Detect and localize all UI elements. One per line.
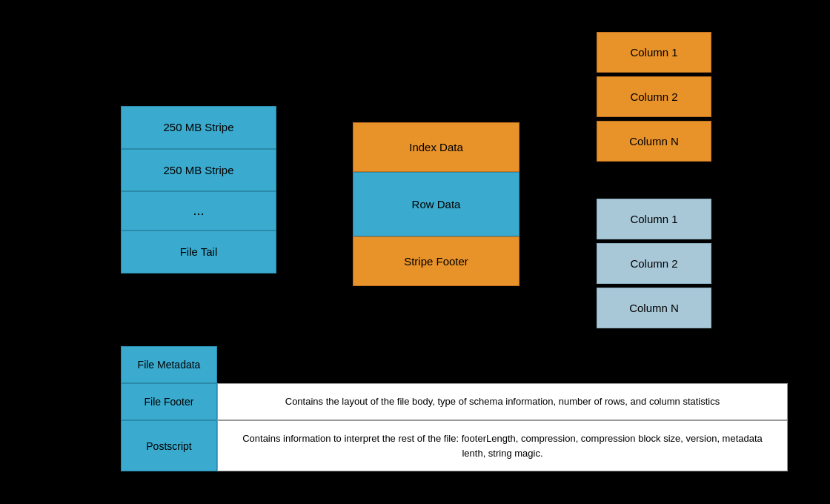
stripe-box-filetail: File Tail [121,231,276,273]
row-data-box: Row Data [353,172,519,236]
diagram-container: 250 MB Stripe 250 MB Stripe ... File Tai… [0,0,830,504]
postscript-row: Postscript Contains information to inter… [121,420,788,471]
postscript-label: Postscript [121,420,217,471]
col1-orange-box: Column 1 [597,32,711,73]
file-footer-label: File Footer [121,383,217,420]
right-top-column: Column 1 Column 2 Column N [597,32,711,165]
stripe-footer-box: Stripe Footer [353,236,519,286]
file-footer-row: File Footer Contains the layout of the f… [121,383,788,420]
left-column: 250 MB Stripe 250 MB Stripe ... File Tai… [121,106,276,273]
col2-orange-box: Column 2 [597,76,711,117]
stripe-box-1: 250 MB Stripe [121,106,276,149]
stripe-box-ellipsis: ... [121,191,276,231]
index-data-box: Index Data [353,122,519,172]
bottom-section: File Metadata File Footer Contains the l… [121,346,788,471]
col1-blue-box: Column 1 [597,199,711,239]
file-footer-desc: Contains the layout of the file body, ty… [217,383,788,420]
colN-orange-box: Column N [597,121,711,162]
stripe-box-2: 250 MB Stripe [121,149,276,192]
col2-blue-box: Column 2 [597,243,711,284]
file-metadata-label: File Metadata [121,346,217,383]
right-bot-column: Column 1 Column 2 Column N [597,199,711,332]
colN-blue-box: Column N [597,288,711,328]
postscript-desc: Contains information to interpret the re… [217,420,788,471]
mid-column: Index Data Row Data Stripe Footer [353,122,519,286]
file-metadata-row: File Metadata [121,346,788,383]
